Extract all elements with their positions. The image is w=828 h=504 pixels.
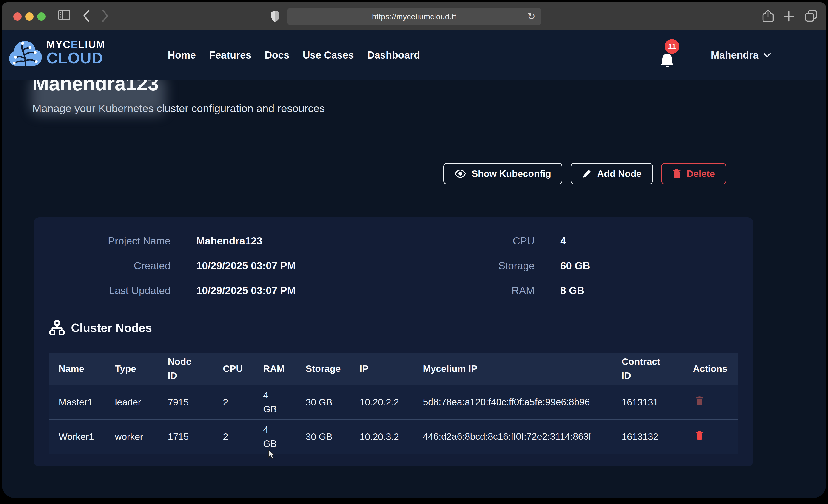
cell-ram: 4 GB	[263, 423, 280, 451]
col-contract-id: Contract ID	[622, 355, 662, 383]
site-logo[interactable]: MYCELIUM CLOUD	[8, 38, 105, 67]
info-value: 60 GB	[560, 260, 721, 271]
page-content: Mahendra123	[2, 30, 826, 498]
col-storage: Storage	[306, 364, 360, 374]
cell-mycelium-ip: 446:d2a6:8bcd:8c16:ff0f:72e2:3114:863f	[423, 429, 591, 444]
bell-icon	[660, 52, 675, 69]
info-value: 4	[560, 235, 721, 247]
col-node-id: Node ID	[168, 355, 194, 383]
table-row: Master1 leader 7915 2 4 GB 30 GB 10.20.2…	[49, 385, 738, 419]
cell-type: leader	[115, 397, 168, 408]
chevron-down-icon	[763, 53, 771, 58]
col-ram: RAM	[263, 364, 306, 374]
browser-chrome: https://myceliumcloud.tf ↻	[2, 2, 826, 30]
table-row: Worker1 worker 1715 2 4 GB 30 GB 10.20.3…	[49, 419, 738, 454]
eye-icon	[455, 170, 466, 178]
info-label: CPU	[461, 235, 535, 247]
forward-button-icon[interactable]	[101, 9, 110, 23]
cluster-info: Project Name Mahendra123 CPU 4 Created 1…	[44, 235, 721, 296]
cell-ip: 10.20.2.2	[360, 397, 423, 408]
cell-name: Worker1	[58, 431, 115, 442]
cluster-nodes-icon	[49, 320, 65, 335]
cell-cpu: 2	[223, 397, 263, 408]
delete-label: Delete	[687, 168, 715, 179]
sidebar-toggle-icon[interactable]	[57, 9, 71, 21]
cell-node-id: 7915	[168, 397, 223, 408]
cell-contract-id: 1613132	[622, 431, 693, 442]
cell-name: Master1	[58, 397, 115, 408]
cell-ram: 4 GB	[263, 388, 280, 417]
nav-link-home[interactable]: Home	[168, 49, 196, 61]
tab-overview-icon[interactable]	[804, 9, 818, 23]
privacy-shield-icon[interactable]	[270, 10, 280, 23]
nav-link-docs[interactable]: Docs	[265, 49, 290, 61]
cell-mycelium-ip: 5d8:78ea:a120:f40c:ff0f:a5fe:99e6:8b96	[423, 395, 590, 410]
info-label: Storage	[461, 260, 535, 271]
add-node-button[interactable]: Add Node	[571, 163, 653, 184]
logo-line-1: MYCELIUM	[46, 39, 105, 50]
site-navbar: MYCELIUM CLOUD Home Features Docs Use Ca…	[2, 30, 826, 80]
browser-window: https://myceliumcloud.tf ↻	[2, 2, 826, 498]
nav-link-dashboard[interactable]: Dashboard	[367, 49, 420, 61]
delete-cluster-button[interactable]: Delete	[661, 163, 726, 184]
delete-node-button[interactable]	[693, 396, 703, 406]
info-label: Project Name	[44, 235, 170, 247]
info-value: 8 GB	[560, 285, 721, 296]
col-name: Name	[58, 364, 115, 374]
reload-icon[interactable]: ↻	[527, 11, 535, 22]
notification-badge: 11	[665, 39, 679, 54]
screen: https://myceliumcloud.tf ↻	[0, 0, 828, 504]
info-label: RAM	[461, 285, 535, 296]
cell-ip: 10.20.3.2	[360, 431, 423, 442]
cell-type: worker	[115, 431, 168, 442]
nodes-table: Name Type Node ID CPU RAM Storage IP Myc…	[49, 352, 738, 454]
cluster-nodes-heading: Cluster Nodes	[49, 320, 152, 335]
table-header-row: Name Type Node ID CPU RAM Storage IP Myc…	[49, 352, 738, 385]
pencil-icon	[582, 169, 591, 178]
traffic-lights	[13, 12, 45, 21]
col-actions: Actions	[693, 364, 729, 374]
cell-node-id: 1715	[168, 431, 223, 442]
show-kubeconfig-label: Show Kubeconfig	[471, 168, 551, 179]
cell-storage: 30 GB	[306, 431, 360, 442]
address-bar[interactable]: https://myceliumcloud.tf ↻	[287, 8, 541, 26]
trash-icon	[672, 169, 681, 179]
cluster-nodes-title: Cluster Nodes	[71, 321, 152, 335]
info-label: Created	[44, 260, 170, 271]
new-tab-icon[interactable]	[783, 10, 795, 22]
url-text: https://myceliumcloud.tf	[372, 12, 456, 21]
add-node-label: Add Node	[597, 168, 641, 179]
nav-link-use-cases[interactable]: Use Cases	[303, 49, 354, 61]
user-menu[interactable]: Mahendra	[711, 30, 771, 80]
info-value: 10/29/2025 03:07 PM	[196, 260, 435, 271]
share-icon[interactable]	[762, 9, 774, 23]
notifications-button[interactable]: 11	[660, 52, 676, 70]
mouse-cursor	[268, 450, 276, 460]
cell-cpu: 2	[223, 431, 263, 442]
info-label: Last Updated	[44, 285, 170, 296]
back-button-icon[interactable]	[82, 9, 91, 23]
trash-icon	[696, 431, 703, 440]
trash-icon	[696, 396, 703, 406]
col-type: Type	[115, 364, 168, 374]
cell-contract-id: 1613131	[622, 397, 693, 408]
delete-node-button[interactable]	[693, 431, 703, 441]
close-button[interactable]	[13, 12, 22, 21]
logo-line-2: CLOUD	[46, 50, 105, 66]
user-name: Mahendra	[711, 49, 758, 61]
col-cpu: CPU	[223, 364, 263, 374]
col-mycelium-ip: Mycelium IP	[423, 364, 622, 374]
info-value: Mahendra123	[196, 235, 435, 247]
show-kubeconfig-button[interactable]: Show Kubeconfig	[443, 163, 562, 184]
cluster-details-card: Project Name Mahendra123 CPU 4 Created 1…	[34, 217, 753, 466]
mycelium-cloud-logo-icon	[8, 38, 43, 67]
nav-link-features[interactable]: Features	[209, 49, 251, 61]
col-ip: IP	[360, 364, 423, 374]
zoom-button[interactable]	[37, 12, 45, 21]
cluster-actions: Show Kubeconfig Add Node	[443, 163, 726, 184]
info-value: 10/29/2025 03:07 PM	[196, 285, 435, 296]
cell-storage: 30 GB	[306, 397, 360, 408]
minimize-button[interactable]	[25, 12, 34, 21]
nav-links: Home Features Docs Use Cases Dashboard	[168, 30, 420, 80]
